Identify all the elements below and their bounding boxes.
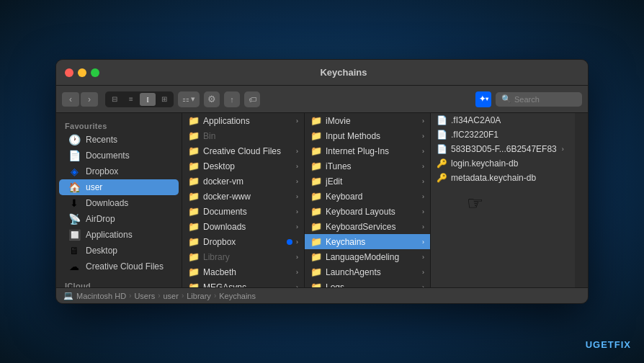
dropbox-icon: ✦ [479,94,486,104]
chevron-right-icon: › [422,238,424,246]
list-item[interactable]: Documents › [182,204,304,219]
sidebar-item-label: Downloads [86,198,128,208]
sidebar-item-downloads[interactable]: ⬇ Downloads [59,195,179,211]
tag-button[interactable]: 🏷 [244,91,260,107]
list-item[interactable]: Dropbox › [182,234,304,249]
arrange-button[interactable]: ⚏ ▾ [178,91,200,107]
list-item[interactable]: Creative Cloud Files › [182,143,304,158]
forward-button[interactable]: › [81,92,98,107]
maximize-button[interactable] [91,68,99,77]
view-column-button[interactable]: ⫿ [140,93,156,106]
applications-icon: 🔲 [68,229,81,241]
watermark-suffix: TFIX [608,339,631,350]
sidebar: Favourites 🕐 Recents 📄 Documents ◈ Dropb… [56,113,182,287]
breadcrumb-sep: › [158,292,160,300]
back-button[interactable]: ‹ [62,92,79,107]
list-item[interactable]: iTunes › [305,158,430,174]
recents-icon: 🕐 [68,134,81,145]
watermark-highlight: E [601,339,608,350]
keychain-icon: 🔑 [437,173,447,183]
share-button[interactable]: ↑ [224,91,240,107]
close-button[interactable] [65,68,73,77]
chevron-right-icon: › [422,148,424,155]
list-item[interactable]: Logs › [305,279,430,287]
arrange-chevron: ▾ [191,94,195,104]
chevron-right-icon: › [296,284,298,288]
sidebar-item-dropbox[interactable]: ◈ Dropbox [59,163,179,179]
list-item[interactable]: 📄 .fI34AC2A0A [431,113,575,127]
nav-buttons: ‹ › [62,92,98,107]
finder-window: Keychains ‹ › ⊟ ≡ ⫿ ⊞ ⚏ ▾ ⚙ ↑ [55,59,589,304]
list-item[interactable]: 📁 Bin [182,128,304,143]
list-item[interactable]: Input Methods › [305,128,430,143]
list-item[interactable]: Macbeth › [182,264,304,279]
list-item[interactable]: 🔑 login.keychain-db [431,156,575,171]
list-item[interactable]: iMovie › [305,113,430,128]
sidebar-item-user[interactable]: 🏠 user [59,179,179,195]
list-item[interactable]: jEdit › [305,174,430,189]
statusbar: 💻 Macintosh HD › Users › user › Library … [56,287,588,303]
list-item[interactable]: 📄 .fIC23220F1 [431,127,575,142]
share-icon: ↑ [230,95,234,104]
sidebar-item-recents[interactable]: 🕐 Recents [59,132,179,148]
chevron-right-icon: › [296,178,298,185]
view-icon-button[interactable]: ⊟ [107,93,122,106]
column-view: Applications › 📁 Bin Creative Cloud File… [182,113,588,287]
folder-icon [310,282,322,287]
search-box[interactable]: 🔍 Search [496,92,582,107]
view-list-button[interactable]: ≡ [123,93,139,106]
sidebar-item-desktop[interactable]: 🖥 Desktop [59,243,179,259]
list-item[interactable]: KeyboardServices › [305,219,430,234]
cursor-area: ☞ [431,185,575,228]
view-buttons: ⊟ ≡ ⫿ ⊞ [105,91,174,107]
list-item[interactable]: Desktop › [182,158,304,174]
list-item[interactable]: 🔑 metadata.keychain-db [431,171,575,185]
folder-icon [188,176,200,187]
sidebar-item-airdrop[interactable]: 📡 AirDrop [59,211,179,227]
sidebar-item-label: Recents [86,135,117,145]
breadcrumb-library[interactable]: Library [187,292,211,300]
sidebar-section-icloud: iCloud [56,279,182,287]
search-placeholder: Search [514,95,540,104]
chevron-right-icon: › [422,269,424,276]
chevron-right-icon: › [296,223,298,230]
breadcrumb-keychains[interactable]: Keychains [219,292,256,300]
view-gallery-button[interactable]: ⊞ [156,93,172,106]
sidebar-item-creative-cloud[interactable]: ☁ Creative Cloud Files [59,259,179,274]
list-item[interactable]: LanguageModeling › [305,249,430,264]
sidebar-item-label: Creative Cloud Files [86,261,164,272]
folder-icon [188,282,200,287]
minimize-button[interactable] [78,68,86,77]
folder-icon [310,191,322,202]
list-item[interactable]: Internet Plug-Ins › [305,143,430,158]
folder-icon [310,266,322,277]
user-icon: 🏠 [68,182,81,193]
list-item[interactable]: LaunchAgents › [305,264,430,279]
list-item[interactable]: docker-www › [182,189,304,204]
list-item-keychains[interactable]: Keychains › [305,234,430,249]
folder-icon [310,115,322,126]
chevron-right-icon: › [296,254,298,261]
dropbox-button[interactable]: ✦ ▾ [475,91,491,107]
sidebar-item-label: Documents [86,151,130,161]
sidebar-item-documents[interactable]: 📄 Documents [59,148,179,163]
folder-icon [188,251,200,262]
list-item[interactable]: Keyboard › [305,189,430,204]
sidebar-item-label: Dropbox [86,166,118,176]
breadcrumb-user[interactable]: user [164,292,179,300]
chevron-right-icon: › [422,254,424,261]
list-item[interactable]: Library › [182,249,304,264]
breadcrumb-macintosh[interactable]: Macintosh HD [76,292,126,300]
breadcrumb-users[interactable]: Users [134,292,155,300]
list-item[interactable]: Applications › [182,113,304,128]
tag-icon: 🏷 [249,95,256,104]
list-item[interactable]: docker-vm › [182,174,304,189]
list-item[interactable]: Keyboard Layouts › [305,204,430,219]
main-content: Favourites 🕐 Recents 📄 Documents ◈ Dropb… [56,113,588,287]
sidebar-item-applications[interactable]: 🔲 Applications [59,227,179,243]
macintosh-hd-icon: 💻 [63,291,73,300]
list-item[interactable]: 📄 583B3D05-F...6B2547EF83 › [431,142,575,156]
list-item[interactable]: MEGAsync › [182,279,304,287]
action-button[interactable]: ⚙ [204,91,220,107]
list-item[interactable]: Downloads › [182,219,304,234]
